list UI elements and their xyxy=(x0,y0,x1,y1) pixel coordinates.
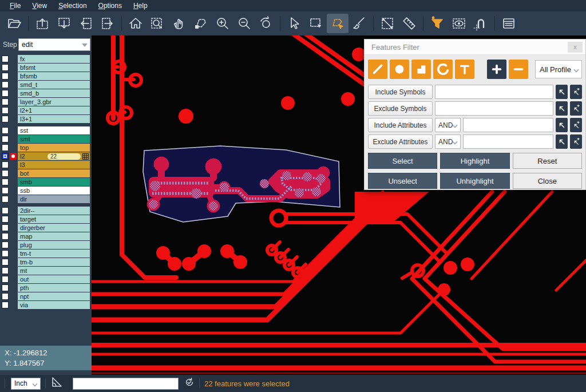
zoom-previous-icon[interactable] xyxy=(255,14,277,33)
pick-symbol-icon[interactable] xyxy=(556,85,568,99)
layer-name[interactable]: via xyxy=(18,301,90,309)
import-right-icon[interactable] xyxy=(97,14,118,33)
close-button[interactable]: Close xyxy=(513,173,582,189)
pick-attribute-icon[interactable] xyxy=(556,134,568,149)
layer-checkbox[interactable] xyxy=(2,259,9,266)
pick-attribute-icon[interactable] xyxy=(556,118,568,132)
view-options-icon[interactable] xyxy=(448,14,470,33)
select-polygon-icon[interactable] xyxy=(327,14,349,33)
layer-name[interactable]: plug xyxy=(18,241,90,249)
layer-checkbox[interactable] xyxy=(2,179,9,185)
layer-name[interactable]: npt xyxy=(18,292,90,300)
menu-file[interactable]: File xyxy=(5,1,26,11)
import-left-icon[interactable] xyxy=(75,14,97,33)
menu-view[interactable]: View xyxy=(27,1,52,11)
exclude-attributes-logic-dropdown[interactable]: AND xyxy=(435,134,461,149)
pick-add-symbol-icon[interactable] xyxy=(570,85,582,99)
layer-checkbox[interactable] xyxy=(2,196,9,203)
angle-measure-icon[interactable] xyxy=(50,376,63,391)
layer-name[interactable]: pth xyxy=(18,284,90,292)
pick-add-attribute-icon[interactable] xyxy=(570,118,582,132)
layer-grid-icon[interactable] xyxy=(82,153,89,160)
zoom-area-icon[interactable] xyxy=(146,14,168,33)
add-mode-button[interactable] xyxy=(487,60,506,79)
layer-name[interactable]: bfsmb xyxy=(18,72,90,80)
pad-feature-button[interactable] xyxy=(390,60,409,79)
layer-name[interactable]: mt xyxy=(18,267,90,275)
layer-checkbox[interactable] xyxy=(2,64,9,71)
profile-dropdown[interactable]: All Profile xyxy=(535,60,582,78)
layer-name[interactable]: tm-b xyxy=(18,258,90,266)
layer-name[interactable]: out xyxy=(18,275,90,283)
layer-checkbox[interactable] xyxy=(2,241,9,248)
layer-name[interactable]: sst xyxy=(18,126,90,134)
layer-name[interactable]: l3 xyxy=(18,161,90,169)
layer-checkbox[interactable] xyxy=(2,161,9,168)
layer-name[interactable]: fx xyxy=(18,55,90,63)
layer-checkbox[interactable] xyxy=(2,56,9,62)
menu-help[interactable]: Help xyxy=(128,1,153,11)
zoom-in-icon[interactable] xyxy=(212,14,233,33)
snap-mode-icon[interactable] xyxy=(470,14,492,33)
zoom-polygon-icon[interactable] xyxy=(190,14,212,33)
units-dropdown[interactable]: Inch xyxy=(11,378,41,390)
layer-checkbox[interactable] xyxy=(2,90,9,97)
zoom-out-icon[interactable] xyxy=(233,14,255,33)
include-attributes-logic-dropdown[interactable]: AND xyxy=(435,118,461,132)
exclude-symbols-input[interactable] xyxy=(435,101,553,116)
layer-checkbox[interactable] xyxy=(2,98,9,105)
layer-checkbox[interactable] xyxy=(2,127,9,134)
layer-checkbox[interactable] xyxy=(2,267,9,274)
include-symbols-button[interactable]: Include Symbols xyxy=(368,85,433,99)
layer-checkbox[interactable] xyxy=(2,293,9,300)
layer-checkbox[interactable] xyxy=(2,250,9,257)
select-button[interactable]: Select xyxy=(368,153,437,169)
surface-feature-button[interactable] xyxy=(411,60,431,79)
layer-checkbox[interactable] xyxy=(2,233,9,240)
layer-checkbox[interactable] xyxy=(2,302,9,308)
unselect-button[interactable]: Unselect xyxy=(368,173,437,189)
layer-name[interactable]: smt xyxy=(18,135,90,143)
include-attributes-button[interactable]: Include Attributes xyxy=(368,118,433,132)
layer-name[interactable]: ssb xyxy=(18,187,90,195)
layer-checkbox[interactable] xyxy=(2,81,9,88)
pick-symbol-icon[interactable] xyxy=(556,101,568,116)
layer-checkbox[interactable] xyxy=(2,116,9,122)
measure-point-icon[interactable] xyxy=(377,14,398,33)
layer-name[interactable]: smd_b xyxy=(18,89,90,97)
refresh-check-icon[interactable] xyxy=(184,377,195,390)
layer-checkbox[interactable] xyxy=(2,276,9,283)
layer-name[interactable]: tm-t xyxy=(18,250,90,258)
layer-checkbox[interactable] xyxy=(2,136,9,142)
import-bottom-icon[interactable] xyxy=(53,14,75,33)
step-dropdown[interactable]: edit xyxy=(18,38,90,51)
layer-checkbox[interactable] xyxy=(2,207,9,214)
layer-name[interactable]: l3+1 xyxy=(18,115,90,123)
layer-checkbox[interactable] xyxy=(2,73,9,80)
layer-name[interactable]: layer_3.gbr xyxy=(18,98,90,106)
arc-feature-button[interactable] xyxy=(433,60,453,79)
features-filter-icon[interactable] xyxy=(426,14,448,33)
select-arrow-icon[interactable] xyxy=(283,14,305,33)
layer-name[interactable]: 2dir-- xyxy=(18,207,90,215)
text-feature-button[interactable] xyxy=(455,60,474,79)
layer-checkbox[interactable] xyxy=(2,216,9,223)
measure-ruler-icon[interactable] xyxy=(398,14,420,33)
pan-hand-icon[interactable] xyxy=(168,14,190,33)
layer-name[interactable]: l2+1 xyxy=(18,106,90,114)
command-input[interactable] xyxy=(73,378,179,390)
import-top-icon[interactable] xyxy=(31,14,53,33)
layer-name[interactable]: bot xyxy=(18,169,90,177)
layer-name[interactable]: l222 xyxy=(18,152,90,160)
layer-checkbox[interactable] xyxy=(2,107,9,114)
remove-mode-button[interactable] xyxy=(509,60,528,79)
layer-checkbox-checked[interactable] xyxy=(2,153,9,160)
exclude-symbols-button[interactable]: Exclude Symbols xyxy=(368,101,433,116)
highlight-button[interactable]: Highlight xyxy=(440,153,509,169)
menu-selection[interactable]: Selection xyxy=(53,1,92,11)
layer-name[interactable]: target xyxy=(18,215,90,223)
pick-add-attribute-icon[interactable] xyxy=(570,134,582,149)
line-feature-button[interactable] xyxy=(368,60,387,79)
select-rectangle-icon[interactable] xyxy=(305,14,327,33)
reset-button[interactable]: Reset xyxy=(513,153,582,169)
